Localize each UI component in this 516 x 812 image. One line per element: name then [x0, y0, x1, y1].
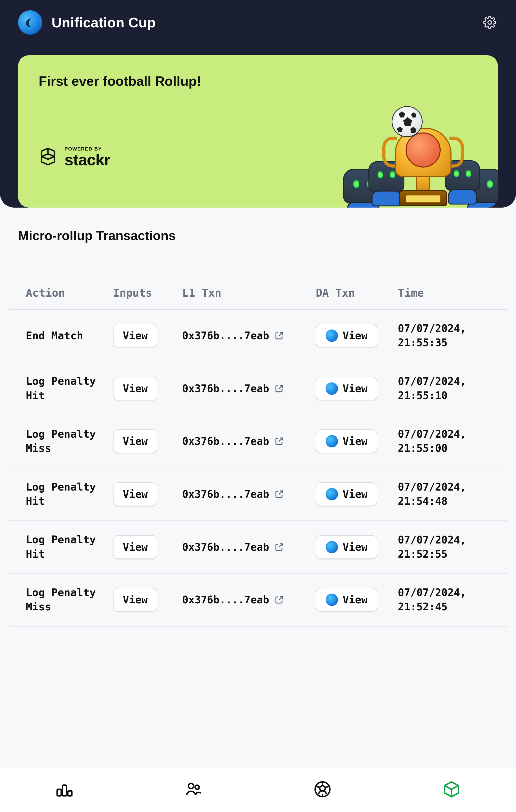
external-link-icon: [274, 489, 284, 499]
cell-action: Log Penalty Miss: [26, 427, 111, 456]
cell-time: 07/07/2024, 21:54:48: [398, 480, 490, 509]
cell-l1-txn[interactable]: 0x376b....7eab: [182, 435, 314, 447]
da-logo-icon: [326, 382, 338, 395]
soccer-ball-icon: [313, 780, 332, 799]
settings-button[interactable]: [481, 14, 498, 31]
cell-da-txn: View: [316, 429, 396, 453]
l1-hash: 0x376b....7eab: [182, 488, 269, 500]
cell-inputs: View: [113, 377, 180, 401]
svg-point-5: [195, 785, 199, 789]
table-header-row: Action Inputs L1 Txn DA Txn Time: [9, 277, 507, 310]
banner-headline: First ever football Rollup!: [39, 73, 482, 89]
cell-l1-txn[interactable]: 0x376b....7eab: [182, 488, 314, 500]
view-inputs-button[interactable]: View: [113, 535, 157, 559]
cell-time: 07/07/2024, 21:55:00: [398, 427, 490, 456]
bottom-nav: [0, 768, 516, 812]
cell-action: Log Penalty Hit: [26, 480, 111, 509]
svg-rect-1: [57, 789, 61, 796]
app-logo-icon: [18, 10, 42, 35]
table-row: Log Penalty Hit View 0x376b....7eab View…: [9, 521, 507, 574]
l1-hash: 0x376b....7eab: [182, 383, 269, 395]
section-title: Micro-rollup Transactions: [18, 228, 498, 243]
svg-point-0: [488, 21, 491, 24]
nav-matches[interactable]: [311, 777, 334, 801]
col-action: Action: [26, 287, 111, 299]
l1-hash: 0x376b....7eab: [182, 330, 269, 342]
nav-blocks[interactable]: [439, 777, 463, 801]
cell-inputs: View: [113, 535, 180, 559]
nav-leaderboard[interactable]: [53, 777, 77, 801]
view-inputs-button[interactable]: View: [113, 429, 157, 453]
cell-da-txn: View: [316, 588, 396, 612]
gear-icon: [483, 16, 496, 29]
banner-illustration: [343, 108, 498, 208]
external-link-icon: [274, 436, 284, 446]
powered-by-brand: stackr: [64, 152, 110, 168]
cube-icon: [442, 780, 461, 799]
promo-banner: First ever football Rollup! POWERED BY s…: [18, 55, 498, 208]
cell-l1-txn[interactable]: 0x376b....7eab: [182, 330, 314, 342]
l1-hash: 0x376b....7eab: [182, 435, 269, 447]
da-logo-icon: [326, 435, 338, 447]
cell-da-txn: View: [316, 377, 396, 401]
col-time: Time: [398, 287, 490, 299]
users-icon: [184, 780, 203, 799]
da-logo-icon: [326, 488, 338, 500]
view-inputs-button[interactable]: View: [113, 588, 157, 612]
svg-rect-3: [68, 791, 72, 796]
col-inputs: Inputs: [113, 287, 180, 299]
external-link-icon: [274, 384, 284, 394]
table-row: End Match View 0x376b....7eab View 07/07…: [9, 310, 507, 362]
svg-point-4: [188, 783, 193, 788]
leaderboard-icon: [55, 780, 74, 799]
table-row: Log Penalty Hit View 0x376b....7eab View…: [9, 362, 507, 415]
view-da-button[interactable]: View: [316, 429, 377, 453]
cell-inputs: View: [113, 324, 180, 348]
view-inputs-button[interactable]: View: [113, 482, 157, 506]
svg-rect-2: [62, 785, 66, 796]
page-title: Unification Cup: [52, 14, 156, 30]
l1-hash: 0x376b....7eab: [182, 541, 269, 553]
stackr-logo-icon: [39, 146, 57, 168]
external-link-icon: [274, 595, 284, 605]
cell-time: 07/07/2024, 21:55:10: [398, 374, 490, 403]
view-da-button[interactable]: View: [316, 482, 377, 506]
da-logo-icon: [326, 541, 338, 553]
transactions-table: Action Inputs L1 Txn DA Txn Time End Mat…: [9, 277, 507, 627]
external-link-icon: [274, 542, 284, 552]
table-row: Log Penalty Miss View 0x376b....7eab Vie…: [9, 574, 507, 627]
nav-teams[interactable]: [182, 777, 205, 801]
da-logo-icon: [326, 593, 338, 606]
l1-hash: 0x376b....7eab: [182, 594, 269, 606]
cell-l1-txn[interactable]: 0x376b....7eab: [182, 594, 314, 606]
cell-inputs: View: [113, 482, 180, 506]
hero-section: Unification Cup First ever football Roll…: [0, 0, 516, 208]
cell-time: 07/07/2024, 21:52:55: [398, 533, 490, 561]
cell-da-txn: View: [316, 482, 396, 506]
view-da-button[interactable]: View: [316, 324, 377, 348]
cell-action: Log Penalty Miss: [26, 586, 111, 614]
cell-inputs: View: [113, 588, 180, 612]
cell-action: End Match: [26, 329, 111, 343]
view-da-button[interactable]: View: [316, 588, 377, 612]
cell-da-txn: View: [316, 324, 396, 348]
cell-inputs: View: [113, 429, 180, 453]
view-inputs-button[interactable]: View: [113, 377, 157, 401]
col-da: DA Txn: [316, 287, 396, 299]
view-da-button[interactable]: View: [316, 535, 377, 559]
soccer-ball-icon: [392, 106, 423, 137]
view-da-button[interactable]: View: [316, 377, 377, 401]
external-link-icon: [274, 331, 284, 341]
cell-time: 07/07/2024, 21:55:35: [398, 321, 490, 350]
da-logo-icon: [326, 329, 338, 342]
table-row: Log Penalty Hit View 0x376b....7eab View…: [9, 468, 507, 521]
cell-action: Log Penalty Hit: [26, 533, 111, 561]
cell-l1-txn[interactable]: 0x376b....7eab: [182, 383, 314, 395]
cell-action: Log Penalty Hit: [26, 374, 111, 403]
cell-l1-txn[interactable]: 0x376b....7eab: [182, 541, 314, 553]
cell-da-txn: View: [316, 535, 396, 559]
cell-time: 07/07/2024, 21:52:45: [398, 586, 490, 614]
col-l1: L1 Txn: [182, 287, 314, 299]
table-row: Log Penalty Miss View 0x376b....7eab Vie…: [9, 415, 507, 468]
view-inputs-button[interactable]: View: [113, 324, 157, 348]
